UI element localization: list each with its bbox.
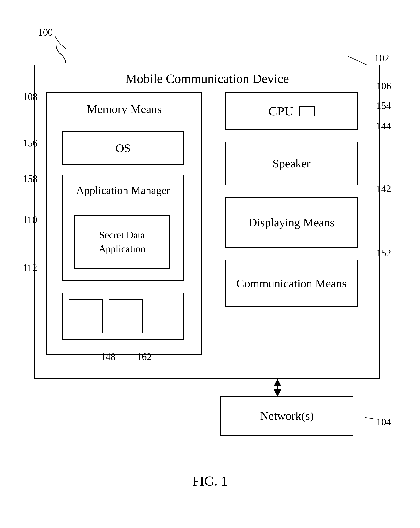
ref-152: 152 [376, 247, 391, 259]
network-label: Network(s) [260, 409, 314, 423]
comm-means-label: Communication Means [236, 275, 347, 292]
os-box: OS [62, 131, 184, 165]
ref-104: 104 [376, 416, 391, 428]
svg-marker-15 [274, 379, 281, 386]
ref-106: 106 [376, 80, 391, 92]
device-box: Mobile Communication Device Memory Means… [34, 65, 380, 379]
network-box: Network(s) [220, 396, 353, 436]
svg-line-17 [63, 46, 66, 48]
ref-154: 154 [376, 100, 391, 111]
ref-100: 100 [38, 27, 53, 38]
svg-marker-16 [274, 389, 281, 397]
storage-cell-2 [109, 299, 143, 333]
ref-100-arrow [53, 34, 68, 49]
ref-144: 144 [376, 120, 391, 132]
storage-cell-1 [69, 299, 103, 333]
storage-area [62, 293, 184, 340]
ref-108: 108 [23, 91, 38, 102]
svg-line-13 [365, 418, 374, 419]
memory-means-title: Memory Means [47, 102, 202, 116]
cpu-label: CPU [269, 104, 294, 119]
ref-112: 112 [23, 262, 37, 273]
ref-142: 142 [376, 183, 391, 194]
ref-162: 162 [137, 351, 152, 362]
ref-148: 148 [101, 351, 115, 362]
diagram-container: 100 102 Mobile Communication Device Memo… [19, 23, 401, 508]
comm-means-box: Communication Means [225, 260, 358, 307]
ref-156: 156 [23, 137, 38, 149]
speaker-label: Speaker [272, 157, 310, 170]
ref-110: 110 [23, 214, 37, 225]
fig-label: FIG. 1 [19, 473, 401, 489]
device-title: Mobile Communication Device [35, 71, 379, 86]
cpu-icon [299, 106, 315, 116]
app-manager-box: Application Manager Secret Data Applicat… [62, 175, 184, 281]
os-label: OS [115, 141, 131, 155]
speaker-box: Speaker [225, 142, 358, 185]
cpu-box: CPU [225, 92, 358, 130]
memory-means-box: Memory Means OS Application Manager Secr… [46, 92, 202, 355]
displaying-means-label: Displaying Means [249, 214, 335, 231]
secret-data-box: Secret Data Application [75, 215, 170, 269]
app-manager-label: Application Manager [63, 183, 183, 197]
secret-data-label: Secret Data Application [75, 228, 169, 256]
displaying-means-box: Displaying Means [225, 197, 358, 248]
ref-102: 102 [375, 52, 389, 63]
ref-158: 158 [23, 173, 38, 184]
